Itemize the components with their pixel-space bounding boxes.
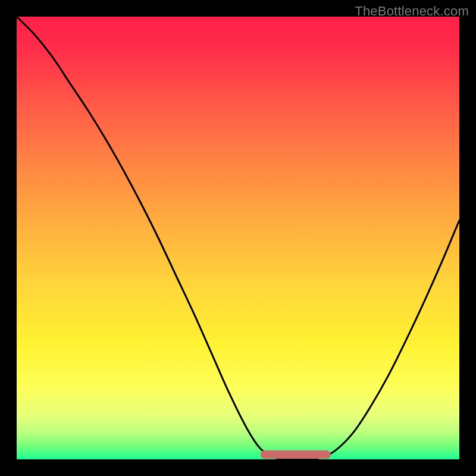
chart-frame: TheBottleneck.com: [0, 0, 476, 476]
watermark-text: TheBottleneck.com: [355, 4, 469, 19]
bottleneck-curve: [17, 17, 459, 459]
plot-area: [17, 17, 459, 459]
curve-svg: [17, 17, 459, 459]
